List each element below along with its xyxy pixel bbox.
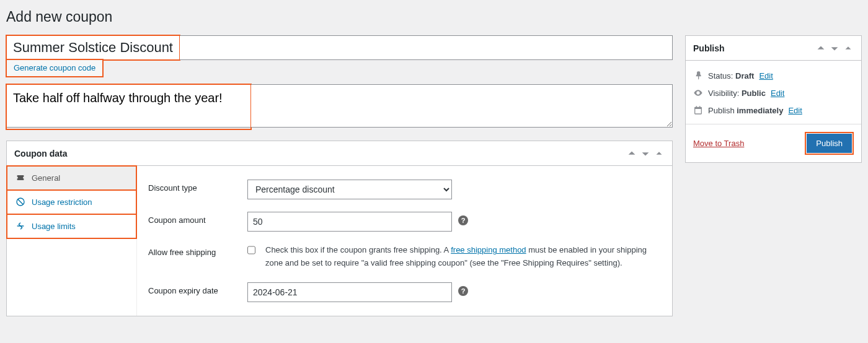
discount-type-select[interactable]: Percentage discount [247, 180, 452, 199]
edit-visibility-link[interactable]: Edit [771, 89, 784, 98]
free-shipping-label: Allow free shipping [148, 244, 247, 257]
move-up-icon[interactable] [626, 148, 637, 159]
coupon-description-input[interactable]: Take half off halfway through the year! [6, 84, 251, 128]
visibility-text: Visibility: Public [708, 89, 766, 98]
free-shipping-checkbox[interactable] [247, 245, 255, 255]
status-text: Status: Draft [708, 71, 754, 80]
tab-general[interactable]: General [7, 166, 136, 190]
move-down-icon[interactable] [829, 43, 840, 54]
svg-line-1 [18, 199, 23, 204]
coupon-amount-input[interactable] [247, 212, 452, 232]
help-icon[interactable]: ? [458, 286, 468, 296]
page-title: Add new coupon [6, 9, 862, 25]
calendar-icon [693, 105, 703, 115]
tab-general-label: General [32, 173, 60, 183]
coupon-description-input-rest [251, 84, 673, 128]
ticket-icon [16, 173, 25, 183]
generate-coupon-button[interactable]: Generate coupon code [6, 59, 103, 77]
coupon-amount-label: Coupon amount [148, 212, 247, 225]
free-shipping-description: Check this box if the coupon grants free… [265, 244, 661, 270]
tab-usage-limits[interactable]: Usage limits [7, 214, 136, 238]
help-icon[interactable]: ? [458, 215, 468, 225]
tab-usage-restriction-label: Usage restriction [32, 198, 92, 207]
no-entry-icon [16, 197, 25, 207]
coupon-title-input[interactable] [6, 35, 180, 60]
eye-icon [693, 88, 703, 98]
pin-icon [693, 71, 703, 80]
coupon-data-heading: Coupon data [14, 149, 68, 158]
move-to-trash-link[interactable]: Move to Trash [693, 139, 744, 148]
coupon-data-panel: Coupon data General [6, 141, 673, 316]
expiry-date-label: Coupon expiry date [148, 282, 247, 295]
tab-usage-restriction[interactable]: Usage restriction [7, 190, 136, 214]
move-up-icon[interactable] [815, 43, 826, 54]
edit-schedule-link[interactable]: Edit [788, 106, 802, 115]
expiry-date-input[interactable] [247, 282, 452, 302]
discount-type-label: Discount type [148, 180, 247, 193]
coupon-title-input-rest [180, 35, 673, 60]
schedule-text: Publish immediately [708, 106, 783, 115]
move-down-icon[interactable] [640, 148, 651, 159]
tab-usage-limits-label: Usage limits [32, 222, 76, 231]
toggle-panel-icon[interactable] [843, 43, 854, 54]
toggle-panel-icon[interactable] [653, 148, 665, 159]
publish-heading: Publish [693, 43, 725, 53]
edit-status-link[interactable]: Edit [759, 71, 773, 80]
publish-panel: Publish Status: Draft Edit [685, 35, 862, 163]
arrows-icon [16, 221, 25, 231]
publish-button[interactable]: Publish [807, 134, 852, 153]
free-shipping-method-link[interactable]: free shipping method [451, 245, 526, 254]
